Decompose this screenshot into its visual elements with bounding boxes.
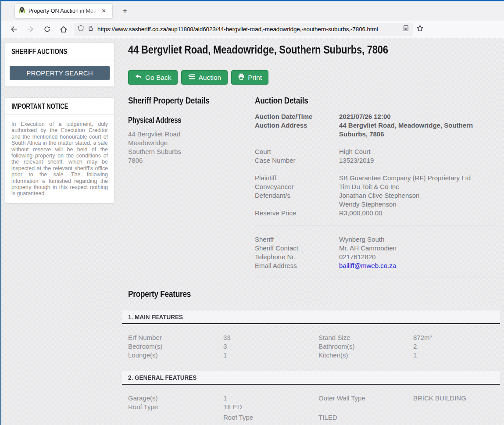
important-notice-title: IMPORTANT NOTICE: [11, 103, 68, 111]
detail-row: Telephone Nr. 0217612820: [255, 253, 500, 261]
back-icon[interactable]: [7, 23, 20, 36]
main-features-section-header: 1. MAIN FEATURES: [122, 311, 500, 324]
property-search-button[interactable]: PROPERTY SEARCH: [10, 66, 110, 80]
physical-address-heading: Physical Address: [128, 116, 181, 125]
feature-row: Bedroom(s) 3 Bathroom(s) 2: [128, 342, 500, 351]
detail-row: Sheriff Wynberg South: [255, 235, 500, 244]
sidebar: SHERIFF AUCTIONS PROPERTY SEARCH IMPORTA…: [5, 43, 114, 204]
feature-row: Roof Type TILED: [128, 413, 500, 422]
forward-icon[interactable]: [24, 23, 36, 36]
sheriff-auctions-card-header: SHERIFF AUCTIONS: [5, 43, 114, 60]
navigation-bar: https://www.sasheriff.co.za/aup11808/aid…: [1, 21, 504, 38]
tab-title: Property ON Auction in Meadow: [29, 8, 98, 14]
sheriff-property-details-heading: Sheriff Property Details: [128, 95, 209, 106]
feature-row: Roof Type TILED: [128, 403, 500, 411]
print-button[interactable]: Print: [231, 70, 268, 85]
important-notice-card-header: IMPORTANT NOTICE: [5, 98, 114, 115]
url-text[interactable]: https://www.sasheriff.co.za/aup11808/aid…: [97, 26, 399, 32]
auction-details: Auction Details Auction Date/Time 2021/0…: [255, 95, 500, 278]
site-favicon-map-pin-icon: [18, 7, 25, 15]
address-line: Southern Suburbs: [128, 147, 255, 156]
physical-address: 44 Bergvliet Road Meadowridge Southern S…: [128, 130, 255, 165]
sheriff-property-details: Sheriff Property Details Physical Addres…: [128, 95, 255, 278]
main-features-table: Erf Number 33 Stand Size 872m² Bedroom(s…: [128, 333, 500, 360]
divider: [255, 278, 500, 278]
browser-window: Property ON Auction in Meadow × +: [0, 0, 504, 425]
address-line: 7806: [128, 156, 255, 165]
reply-arrow-icon: [135, 73, 142, 82]
detail-row: Court High Court: [255, 147, 500, 156]
printer-icon: [238, 73, 245, 82]
tab-close-icon[interactable]: ×: [101, 7, 107, 14]
address-line: Meadowridge: [128, 139, 255, 147]
important-notice-text: In Execution of a judgement, duly author…: [5, 115, 114, 203]
page-title: 44 Bergvliet Road, Meadowridge, Southern…: [128, 41, 500, 57]
detail-row: Case Number 13523/2019: [255, 156, 500, 165]
browser-tab[interactable]: Property ON Auction in Meadow ×: [14, 4, 113, 18]
address-line: 44 Bergvliet Road: [128, 130, 255, 139]
auction-details-heading: Auction Details: [255, 95, 308, 106]
detail-row: Reserve Price R3,000,000.00: [255, 209, 500, 218]
detail-row: Conveyancer Tim Du Toit & Co Inc: [255, 182, 500, 191]
auction-button[interactable]: Auction: [181, 70, 228, 85]
property-features-heading: Property Features: [128, 289, 191, 299]
lock-icon[interactable]: [88, 25, 94, 33]
sheriff-email-link[interactable]: bailiff@mweb.co.za: [339, 262, 396, 269]
feature-row: Erf Number 33 Stand Size 872m²: [128, 333, 500, 342]
page-content: SHERIFF AUCTIONS PROPERTY SEARCH IMPORTA…: [1, 38, 504, 425]
home-icon[interactable]: [57, 23, 70, 36]
detail-row: Plaintiff SB Guarantee Company (RF) Prop…: [255, 174, 500, 182]
action-buttons: Go Back Auction: [128, 70, 500, 85]
detail-row: Wendy Stephenson: [255, 200, 500, 209]
detail-row: Defendant/s Jonathan Clive Stephenson: [255, 191, 500, 200]
tracking-shield-icon[interactable]: [78, 25, 84, 33]
detail-row: Auction Date/Time 2021/07/26 12:00: [255, 112, 500, 121]
feature-row: Lounge(s) 1 Kitchen(s) 1: [128, 351, 500, 360]
reload-icon[interactable]: [41, 23, 53, 36]
sheriff-auctions-card: SHERIFF AUCTIONS PROPERTY SEARCH: [5, 43, 114, 87]
detail-row: Sheriff Contact Mr. AH Camroodien: [255, 244, 500, 253]
important-notice-card: IMPORTANT NOTICE In Execution of a judge…: [5, 97, 114, 204]
bookmark-star-icon[interactable]: [416, 25, 424, 34]
detail-row: Auction Address 44 Bergvliet Road, Meado…: [255, 121, 500, 139]
detail-row: Email Address bailiff@mweb.co.za: [255, 261, 500, 270]
sheriff-auctions-title: SHERIFF AUCTIONS: [11, 48, 67, 56]
general-features-table: Garage(s) 1 Outer Wall Type BRICK BUILDI…: [128, 394, 500, 422]
main-content: 44 Bergvliet Road, Meadowridge, Southern…: [122, 38, 500, 422]
general-features-section-header: 2. GENERAL FEATURES: [122, 371, 500, 385]
list-icon: [188, 74, 195, 82]
divider: [255, 225, 500, 225]
feature-row: Garage(s) 1 Outer Wall Type BRICK BUILDI…: [128, 394, 500, 403]
tab-bar: Property ON Auction in Meadow × +: [1, 1, 504, 21]
url-bar[interactable]: https://www.sasheriff.co.za/aup11808/aid…: [74, 23, 413, 36]
go-back-button[interactable]: Go Back: [128, 70, 178, 85]
reader-view-icon[interactable]: [403, 25, 409, 33]
new-tab-button[interactable]: +: [119, 5, 131, 17]
